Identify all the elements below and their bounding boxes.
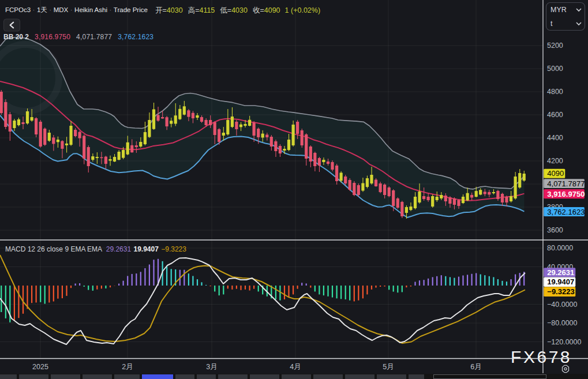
svg-text:3月: 3月	[206, 363, 217, 371]
svg-text:4,071.7877: 4,071.7877	[547, 179, 585, 188]
svg-text:6月: 6月	[470, 363, 481, 371]
svg-text:−40.0000: −40.0000	[547, 301, 578, 309]
svg-text:−120.0000: −120.0000	[547, 338, 581, 346]
svg-text:3,916.9750: 3,916.9750	[547, 190, 585, 198]
svg-text:29.2631: 29.2631	[547, 268, 574, 277]
svg-text:FX678: FX678	[511, 347, 572, 366]
svg-text:5000: 5000	[547, 65, 563, 73]
svg-text:80.0000: 80.0000	[547, 244, 573, 252]
svg-text:4200: 4200	[547, 157, 563, 165]
svg-text:4400: 4400	[547, 134, 563, 142]
svg-text:4090: 4090	[547, 169, 564, 178]
svg-text:4月: 4月	[290, 363, 301, 371]
svg-text:5200: 5200	[547, 42, 563, 50]
svg-text:5月: 5月	[383, 363, 394, 371]
svg-text:3,762.1623: 3,762.1623	[547, 208, 585, 216]
svg-text:−9.3223: −9.3223	[547, 287, 574, 296]
svg-text:−80.0000: −80.0000	[547, 319, 578, 327]
svg-text:t: t	[550, 20, 553, 28]
svg-text:4800: 4800	[547, 88, 563, 96]
svg-text:2月: 2月	[122, 363, 133, 371]
svg-text:3600: 3600	[547, 226, 563, 234]
svg-text:4600: 4600	[547, 111, 563, 119]
svg-text:2025: 2025	[32, 363, 48, 371]
svg-text:MYR: MYR	[550, 6, 567, 14]
svg-text:19.9407: 19.9407	[547, 277, 574, 286]
